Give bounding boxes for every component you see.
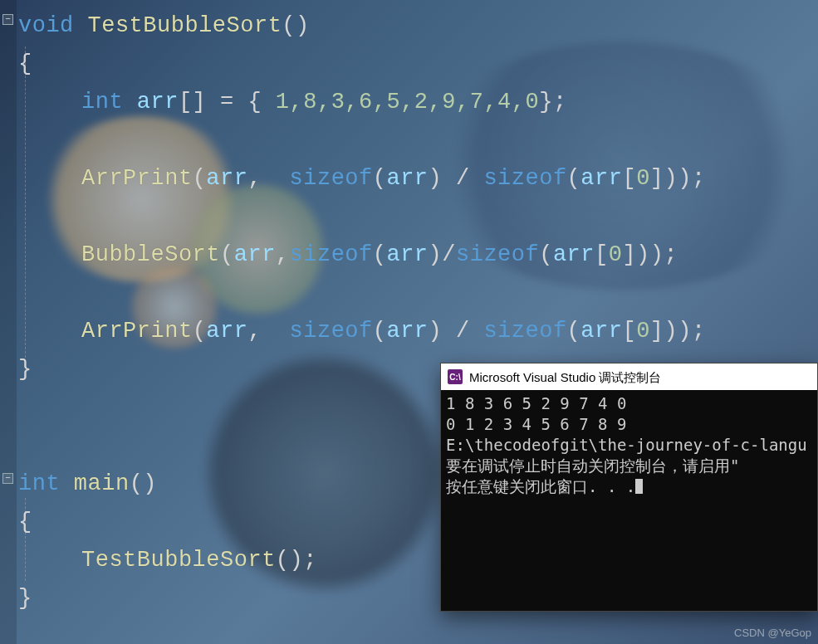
function-call: ArrPrint <box>81 166 193 191</box>
code-line[interactable]: { <box>18 45 32 83</box>
punctuation: () <box>130 471 157 496</box>
brace: } <box>18 357 32 382</box>
keyword: int <box>81 90 123 115</box>
code-line[interactable]: ArrPrint(arr, sizeof(arr) / sizeof(arr[0… <box>81 159 706 198</box>
punctuation: () <box>282 13 309 38</box>
output-line: 要在调试停止时自动关闭控制台，请启用" <box>446 456 812 476</box>
indent-guide <box>25 46 26 362</box>
brace: { <box>18 510 32 534</box>
debug-console-window[interactable]: C:\ Microsoft Visual Studio 调试控制台 1 8 3 … <box>440 363 818 612</box>
punctuation: }; <box>539 90 566 115</box>
code-line[interactable]: int arr[] = { 1,8,3,6,5,2,9,7,4,0}; <box>81 83 567 121</box>
output-line: 1 8 3 6 5 2 9 7 4 0 <box>446 393 812 414</box>
code-line[interactable]: void TestBubbleSort() <box>18 7 310 45</box>
punctuation: [] = { <box>179 90 276 115</box>
code-line[interactable]: ArrPrint(arr, sizeof(arr) / sizeof(arr[0… <box>81 312 706 350</box>
code-line[interactable]: BubbleSort(arr,sizeof(arr)/sizeof(arr[0]… <box>81 236 678 274</box>
editor-gutter <box>0 0 17 644</box>
function-name: main <box>60 471 130 496</box>
brace: { <box>18 51 32 76</box>
number-list: 1,8,3,6,5,2,9,7,4,0 <box>276 90 539 115</box>
code-line[interactable]: } <box>18 579 32 617</box>
fold-toggle-icon[interactable]: − <box>2 14 13 25</box>
code-line[interactable]: { <box>18 503 32 541</box>
code-line[interactable]: int main() <box>18 465 157 503</box>
console-output[interactable]: 1 8 3 6 5 2 9 7 4 00 1 2 3 4 5 6 7 8 9E:… <box>441 390 817 500</box>
function-call: BubbleSort <box>81 242 220 267</box>
keyword: void <box>18 13 74 38</box>
identifier: arr <box>123 90 179 115</box>
output-line: E:\thecodeofgit\the-journey-of-c-langu <box>446 435 812 456</box>
keyword: int <box>18 471 60 496</box>
code-line[interactable]: } <box>18 350 32 388</box>
code-line[interactable]: TestBubbleSort(); <box>81 541 317 579</box>
watermark: CSDN @YeGop <box>734 627 811 639</box>
function-call: ArrPrint <box>81 319 193 344</box>
output-line: 按任意键关闭此窗口. . . <box>446 476 812 497</box>
fold-toggle-icon[interactable]: − <box>2 473 13 484</box>
function-call: TestBubbleSort <box>81 548 276 573</box>
console-titlebar[interactable]: C:\ Microsoft Visual Studio 调试控制台 <box>441 363 817 390</box>
brace: } <box>18 586 32 611</box>
function-name: TestBubbleSort <box>74 13 282 38</box>
visual-studio-icon: C:\ <box>448 369 463 384</box>
cursor-icon <box>635 479 643 494</box>
punctuation: (); <box>276 548 317 573</box>
output-line: 0 1 2 3 4 5 6 7 8 9 <box>446 414 812 435</box>
console-title: Microsoft Visual Studio 调试控制台 <box>469 367 661 388</box>
